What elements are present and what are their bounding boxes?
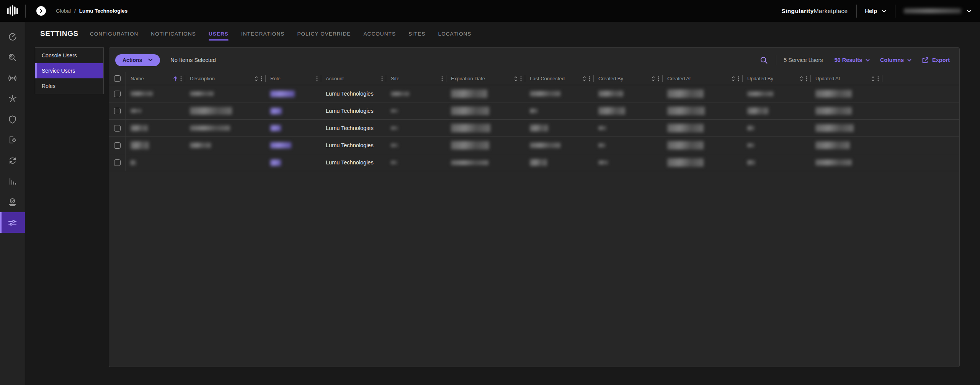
singularity-marketplace-label[interactable]: SingularityMarketplace <box>781 8 848 15</box>
tab-accounts[interactable]: ACCOUNTS <box>363 26 396 42</box>
table-row[interactable]: Lumu Technologies <box>109 137 959 154</box>
rail-item-sync[interactable] <box>0 150 25 171</box>
row-checkbox[interactable] <box>114 91 121 97</box>
rail-item-bar-chart[interactable] <box>0 171 25 192</box>
account-cell: Lumu Technologies <box>321 85 386 102</box>
name-cell <box>126 154 185 171</box>
help-menu[interactable]: Help <box>865 8 887 14</box>
export-button[interactable]: Export <box>922 57 950 63</box>
row-filler <box>882 102 959 119</box>
table-row[interactable]: Lumu Technologies <box>109 102 959 120</box>
actions-button[interactable]: Actions <box>115 54 160 66</box>
redacted-text <box>131 125 148 131</box>
rail-item-network[interactable] <box>0 68 25 88</box>
rail-item-star[interactable] <box>0 88 25 109</box>
column-header-description[interactable]: Description <box>185 72 266 85</box>
column-menu-icon[interactable] <box>658 76 659 82</box>
column-header-created-by[interactable]: Created By <box>594 72 663 85</box>
rail-item-search[interactable] <box>0 47 25 68</box>
settings-sliders-icon <box>7 218 18 228</box>
redacted-text <box>190 143 211 148</box>
row-checkbox[interactable] <box>114 159 121 166</box>
row-checkbox[interactable] <box>114 142 121 149</box>
star-icon <box>8 94 18 104</box>
table-row[interactable]: Lumu Technologies <box>109 154 959 171</box>
sort-icon[interactable] <box>255 76 258 82</box>
sort-icon[interactable] <box>871 76 875 82</box>
rail-item-history[interactable] <box>0 192 25 212</box>
select-all-checkbox[interactable] <box>114 75 121 82</box>
column-header-role[interactable]: Role <box>266 72 321 85</box>
column-menu-icon[interactable] <box>589 76 590 82</box>
column-menu-icon[interactable] <box>261 76 262 82</box>
tab-locations[interactable]: LOCATIONS <box>438 26 472 42</box>
name-cell <box>126 102 185 119</box>
role-cell <box>266 137 321 154</box>
account-menu[interactable] <box>904 8 972 13</box>
column-header-created-at[interactable]: Created At <box>663 72 743 85</box>
column-menu-icon[interactable] <box>877 76 879 82</box>
site-cell <box>386 85 446 102</box>
redacted-text <box>747 107 768 114</box>
tab-sites[interactable]: SITES <box>408 26 426 42</box>
sidebar-item-console-users[interactable]: Console Users <box>35 48 103 63</box>
sidebar-item-roles[interactable]: Roles <box>35 78 103 94</box>
results-per-page-dropdown[interactable]: 50 Results <box>835 57 870 63</box>
column-header-account[interactable]: Account <box>321 72 386 85</box>
rail-item-shield[interactable] <box>0 109 25 130</box>
last-connected-cell <box>525 154 594 171</box>
sync-icon <box>8 156 18 166</box>
redacted-text <box>530 125 548 132</box>
tab-notifications[interactable]: NOTIFICATIONS <box>151 26 196 42</box>
columns-label: Columns <box>880 57 904 63</box>
redacted-text <box>598 91 623 97</box>
column-menu-icon[interactable] <box>806 76 807 82</box>
column-header-last-connected[interactable]: Last Connected <box>525 72 594 85</box>
column-header-updated-at[interactable]: Updated At <box>811 72 882 85</box>
breadcrumb-scope[interactable]: Global <box>56 8 71 14</box>
column-label: Last Connected <box>530 76 565 81</box>
column-menu-icon[interactable] <box>180 76 182 82</box>
column-header-updated-by[interactable]: Updated By <box>743 72 811 85</box>
app-icon-rail <box>0 22 25 385</box>
shield-icon <box>8 115 17 124</box>
columns-dropdown[interactable]: Columns <box>880 57 911 63</box>
column-header-expiration-date[interactable]: Expiration Date <box>446 72 525 85</box>
tab-integrations[interactable]: INTEGRATIONS <box>241 26 284 42</box>
sort-ascending-icon[interactable] <box>173 76 178 82</box>
tab-users[interactable]: USERS <box>209 26 229 42</box>
sort-icon[interactable] <box>800 76 803 82</box>
created-at-cell <box>663 85 743 102</box>
created-at-cell <box>663 137 743 154</box>
redacted-text <box>530 109 537 113</box>
sort-icon[interactable] <box>583 76 586 82</box>
description-cell <box>185 102 266 119</box>
redacted-text <box>451 89 487 98</box>
rail-item-dashboard[interactable] <box>0 26 25 47</box>
sort-icon[interactable] <box>652 76 655 82</box>
table-row[interactable]: Lumu Technologies <box>109 85 959 102</box>
sidebar-item-service-users[interactable]: Service Users <box>35 63 103 78</box>
row-checkbox[interactable] <box>114 125 121 132</box>
sort-icon[interactable] <box>732 76 735 82</box>
column-menu-icon[interactable] <box>520 76 522 82</box>
column-header-name[interactable]: Name <box>126 72 185 85</box>
breadcrumb-account[interactable]: Lumu Technologies <box>79 8 128 14</box>
sort-icon[interactable] <box>514 76 518 82</box>
redacted-text <box>391 161 397 164</box>
search-button[interactable] <box>759 55 769 65</box>
rail-item-settings-sliders[interactable] <box>0 212 25 233</box>
role-cell <box>266 154 321 171</box>
column-header-site[interactable]: Site <box>386 72 446 85</box>
rail-item-code-diamond[interactable] <box>0 130 25 150</box>
column-menu-icon[interactable] <box>441 76 443 82</box>
expand-sidebar-button[interactable] <box>36 6 46 16</box>
top-bar: Global / Lumu Technologies SingularityMa… <box>0 0 980 22</box>
tab-configuration[interactable]: CONFIGURATION <box>90 26 139 42</box>
column-menu-icon[interactable] <box>316 76 318 82</box>
table-row[interactable]: Lumu Technologies <box>109 120 959 137</box>
tab-policy-override[interactable]: POLICY OVERRIDE <box>297 26 351 42</box>
column-menu-icon[interactable] <box>381 76 383 82</box>
column-menu-icon[interactable] <box>738 76 739 82</box>
row-checkbox[interactable] <box>114 108 121 114</box>
